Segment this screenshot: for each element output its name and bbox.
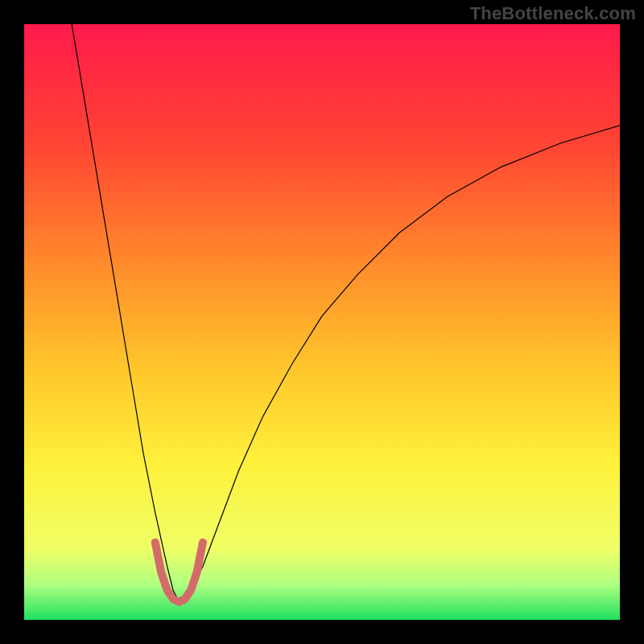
chart-svg (24, 24, 620, 620)
plot-area (24, 24, 620, 620)
gradient-background (24, 24, 620, 620)
chart-frame: TheBottleneck.com (0, 0, 644, 644)
watermark-text: TheBottleneck.com (470, 3, 636, 24)
